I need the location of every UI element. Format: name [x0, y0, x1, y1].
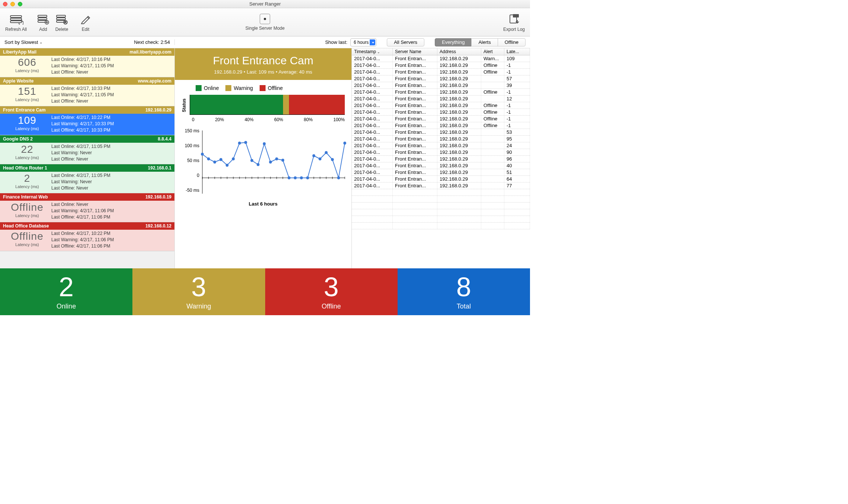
status-bar-segment [190, 95, 283, 114]
svg-point-46 [207, 158, 210, 161]
table-header[interactable]: Timestamp ⌄ Server Name Address Alert La… [352, 48, 530, 55]
filter-bar: Sort by Slowest ⌄ Next check: 2:54 Show … [0, 36, 530, 48]
table-row[interactable]: 2017-04-0...Front Entran...192.168.0.299… [352, 149, 530, 156]
table-row[interactable]: 2017-04-0...Front Entran...192.168.0.295… [352, 129, 530, 136]
server-list-item[interactable]: Apple Websitewww.apple.com 151Latency (m… [0, 77, 174, 106]
svg-point-49 [226, 164, 229, 167]
app-title: Server Ranger [0, 1, 530, 7]
table-row[interactable]: 2017-04-0...Front Entran...192.168.0.29O… [352, 69, 530, 75]
table-row [352, 223, 530, 229]
server-item-header: Finance Internal Web192.168.0.19 [0, 193, 174, 201]
table-row[interactable]: 2017-04-0...Front Entran...192.168.0.29O… [352, 122, 530, 129]
table-row [352, 203, 530, 209]
table-row[interactable]: 2017-04-0...Front Entran...192.168.0.29O… [352, 102, 530, 109]
svg-point-64 [319, 158, 322, 161]
legend-online-label: Online [204, 85, 219, 91]
server-list-item[interactable]: Front Entrance Cam192.168.0.29 109Latenc… [0, 106, 174, 135]
svg-point-60 [294, 177, 297, 180]
svg-point-48 [219, 158, 222, 161]
svg-rect-3 [38, 15, 47, 17]
seg-offline[interactable]: Offline [498, 38, 526, 46]
server-list-item[interactable]: Head Office Router 1192.168.0.1 2Latency… [0, 164, 174, 193]
svg-point-47 [213, 161, 216, 164]
table-row[interactable]: 2017-04-0...Front Entran...192.168.0.29O… [352, 89, 530, 96]
single-server-mode-button[interactable]: Single Server Mode [245, 14, 285, 31]
show-last-value: 6 hours [354, 40, 369, 45]
export-log-button[interactable]: CSV Export Log [503, 13, 525, 32]
show-last-label: Show last: [325, 39, 347, 45]
table-row[interactable]: 2017-04-0...Front Entran...192.168.0.293… [352, 82, 530, 89]
summary-offline: 3Offline [265, 268, 398, 315]
table-body[interactable]: 2017-04-0...Front Entran...192.168.0.29W… [352, 55, 530, 268]
table-row[interactable]: 2017-04-0...Front Entran...192.168.0.29W… [352, 55, 530, 62]
detail-subtitle: 192.168.0.29 • Last: 109 ms • Average: 4… [178, 69, 348, 75]
svg-point-62 [306, 177, 309, 180]
summary-warning-label: Warning [186, 303, 211, 310]
table-row[interactable]: 2017-04-0...Front Entran...192.168.0.29O… [352, 62, 530, 69]
refresh-icon [9, 13, 23, 25]
all-servers-button[interactable]: All Servers [387, 38, 424, 46]
delete-icon [54, 13, 69, 25]
col-address[interactable]: Address [437, 48, 481, 55]
add-button[interactable]: Add [36, 13, 51, 32]
col-latency[interactable]: Late... [504, 48, 530, 55]
line-xlabel: Last 6 hours [182, 201, 345, 207]
legend-warning-swatch [225, 85, 231, 91]
summary-offline-count: 3 [324, 274, 339, 300]
server-list-item[interactable]: Google DNS 28.8.4.4 22Latency (ms)Last O… [0, 135, 174, 164]
refresh-label: Refresh All [5, 27, 27, 32]
edit-button[interactable]: Edit [78, 13, 93, 32]
server-item-header: Front Entrance Cam192.168.0.29 [0, 106, 174, 114]
toolbar: Refresh All Add Delete Edit S [0, 8, 530, 36]
summary-offline-label: Offline [322, 303, 341, 310]
server-item-header: Google DNS 28.8.4.4 [0, 135, 174, 143]
table-row[interactable]: 2017-04-0...Front Entran...192.168.0.296… [352, 176, 530, 182]
legend-offline-swatch [260, 85, 266, 91]
table-row[interactable]: 2017-04-0...Front Entran...192.168.0.297… [352, 182, 530, 189]
svg-point-56 [269, 161, 272, 164]
status-bar-segment [283, 95, 289, 114]
table-row[interactable]: 2017-04-0...Front Entran...192.168.0.295… [352, 169, 530, 176]
show-last-select[interactable]: 6 hours [350, 38, 376, 46]
table-row[interactable]: 2017-04-0...Front Entran...192.168.0.29O… [352, 109, 530, 116]
table-row[interactable]: 2017-04-0...Front Entran...192.168.0.292… [352, 142, 530, 149]
col-alert[interactable]: Alert [481, 48, 504, 55]
svg-point-55 [263, 142, 266, 145]
summary-total-count: 8 [456, 274, 471, 300]
svg-rect-2 [10, 21, 22, 23]
table-row[interactable]: 2017-04-0...Front Entran...192.168.0.29O… [352, 116, 530, 122]
summary-online: 2Online [0, 268, 132, 315]
svg-point-61 [300, 177, 303, 180]
table-row[interactable]: 2017-04-0...Front Entran...192.168.0.291… [352, 96, 530, 102]
latency-line-chart: 150 ms 100 ms 50 ms 0 -50 ms [182, 130, 345, 194]
table-row[interactable]: 2017-04-0...Front Entran...192.168.0.295… [352, 75, 530, 82]
server-list-item[interactable]: Head Office Database192.168.0.12 Offline… [0, 222, 174, 251]
sort-dropdown[interactable]: Sort by Slowest ⌄ [4, 39, 42, 45]
seg-alerts[interactable]: Alerts [471, 38, 498, 46]
refresh-all-button[interactable]: Refresh All [5, 13, 27, 32]
table-row[interactable]: 2017-04-0...Front Entran...192.168.0.299… [352, 136, 530, 142]
svg-rect-10 [57, 18, 65, 20]
svg-text:CSV: CSV [514, 15, 518, 17]
server-list[interactable]: LibertyApp Mailmail.libertyapp.com 606La… [0, 48, 175, 268]
server-list-item[interactable]: Finance Internal Web192.168.0.19 Offline… [0, 193, 174, 222]
seg-everything[interactable]: Everything [435, 38, 472, 46]
table-row[interactable]: 2017-04-0...Front Entran...192.168.0.294… [352, 162, 530, 169]
delete-button[interactable]: Delete [54, 13, 69, 32]
col-server-name[interactable]: Server Name [393, 48, 437, 55]
delete-label: Delete [55, 27, 68, 32]
summary-warning-count: 3 [191, 274, 206, 300]
summary-online-label: Online [57, 303, 76, 310]
server-list-item[interactable]: LibertyApp Mailmail.libertyapp.com 606La… [0, 48, 174, 77]
svg-point-54 [257, 163, 260, 166]
svg-point-67 [337, 177, 340, 180]
legend-online-swatch [196, 85, 202, 91]
titlebar: Server Ranger [0, 0, 530, 8]
summary-total: 8Total [398, 268, 530, 315]
svg-rect-0 [10, 16, 22, 17]
table-row[interactable]: 2017-04-0...Front Entran...192.168.0.299… [352, 156, 530, 162]
svg-rect-1 [10, 18, 22, 20]
legend-warning-label: Warning [234, 85, 253, 91]
status-bar-axis: 020%40%60%80%100% [182, 117, 345, 122]
col-timestamp[interactable]: Timestamp ⌄ [352, 48, 393, 55]
